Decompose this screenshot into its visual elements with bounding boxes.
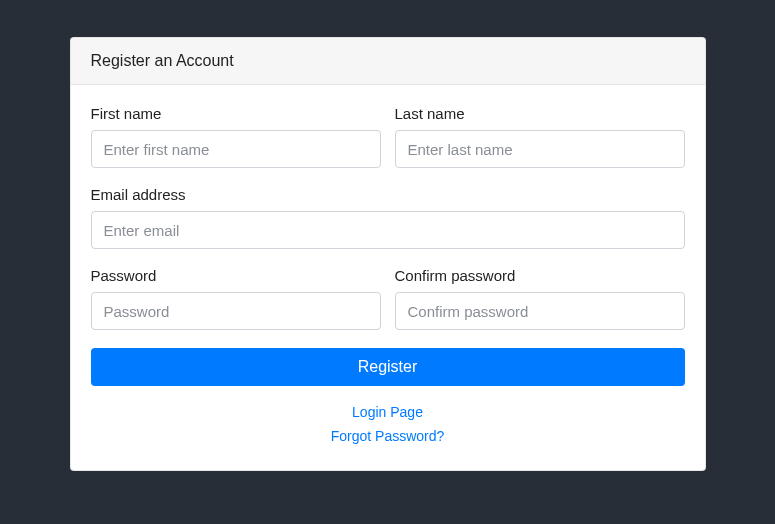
email-input[interactable] [91, 211, 685, 249]
forgot-password-link[interactable]: Forgot Password? [331, 426, 445, 447]
password-row: Password Confirm password [91, 267, 685, 330]
first-name-input[interactable] [91, 130, 381, 168]
last-name-input[interactable] [395, 130, 685, 168]
confirm-password-group: Confirm password [395, 267, 685, 330]
last-name-label: Last name [395, 105, 685, 122]
password-label: Password [91, 267, 381, 284]
email-label: Email address [91, 186, 685, 203]
login-link[interactable]: Login Page [352, 402, 423, 423]
card-header: Register an Account [71, 38, 705, 85]
password-group: Password [91, 267, 381, 330]
name-row: First name Last name [91, 105, 685, 168]
email-group: Email address [91, 186, 685, 249]
confirm-password-label: Confirm password [395, 267, 685, 284]
first-name-group: First name [91, 105, 381, 168]
auth-links: Login Page Forgot Password? [91, 400, 685, 448]
password-input[interactable] [91, 292, 381, 330]
card-title: Register an Account [91, 52, 234, 69]
first-name-label: First name [91, 105, 381, 122]
last-name-group: Last name [395, 105, 685, 168]
register-button[interactable]: Register [91, 348, 685, 386]
card-body: First name Last name Email address Passw… [71, 85, 705, 470]
register-card: Register an Account First name Last name… [70, 37, 706, 471]
confirm-password-input[interactable] [395, 292, 685, 330]
